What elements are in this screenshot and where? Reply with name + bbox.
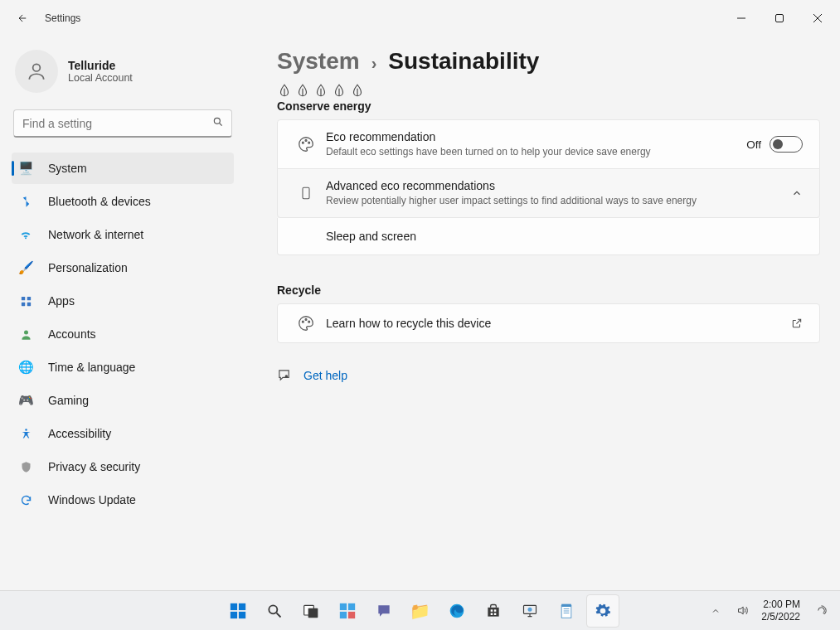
account-profile[interactable]: Telluride Local Account (15, 50, 231, 93)
get-help-link[interactable]: Get help (303, 369, 347, 382)
tray-date: 2/5/2022 (761, 611, 800, 623)
sidebar-item-label: Apps (48, 294, 75, 308)
update-icon (15, 494, 36, 506)
tray-volume[interactable] (731, 594, 753, 628)
taskbar-start[interactable] (221, 594, 255, 628)
globe-clock-icon: 🌐 (15, 360, 36, 375)
sidebar-item-label: Personalization (48, 261, 128, 274)
minimize-button[interactable] (722, 5, 760, 32)
sidebar-item-time[interactable]: 🌐 Time & language (12, 351, 234, 383)
svg-point-19 (308, 322, 310, 323)
sidebar-item-system[interactable]: 🖥️ System (12, 153, 234, 184)
taskbar: 📁 2:00 PM 2/5/2022 (0, 590, 840, 630)
taskbar-store[interactable] (477, 594, 510, 628)
svg-rect-40 (561, 605, 571, 618)
titlebar: Settings (0, 0, 840, 36)
advanced-eco-card[interactable]: Advanced eco recommendations Review pote… (277, 168, 820, 218)
sidebar-item-accounts[interactable]: Accounts (12, 318, 234, 350)
sidebar-item-apps[interactable]: Apps (12, 285, 234, 317)
get-help-row[interactable]: Get help (277, 368, 820, 382)
taskbar-settings[interactable] (586, 594, 619, 628)
sidebar-item-network[interactable]: Network & internet (12, 219, 234, 250)
account-name: Telluride (68, 59, 133, 72)
search-field[interactable] (13, 109, 232, 138)
eco-toggle[interactable] (770, 136, 803, 153)
apps-icon (15, 295, 36, 308)
account-sub: Local Account (68, 72, 133, 84)
sidebar-item-update[interactable]: Windows Update (12, 484, 234, 516)
svg-rect-8 (27, 296, 30, 299)
sidebar-item-privacy[interactable]: Privacy & security (12, 451, 234, 482)
svg-rect-24 (238, 611, 245, 618)
leaf-icon (332, 83, 347, 98)
external-link-icon (791, 317, 803, 329)
sidebar-item-bluetooth[interactable]: Bluetooth & devices (12, 186, 234, 217)
taskbar-search[interactable] (258, 594, 291, 628)
taskbar-widgets[interactable] (331, 594, 364, 628)
taskbar-chat[interactable] (367, 594, 401, 628)
sidebar-item-gaming[interactable]: 🎮 Gaming (12, 385, 234, 416)
search-icon (212, 116, 224, 130)
sidebar-item-accessibility[interactable]: Accessibility (12, 418, 234, 449)
eco-recommendation-card[interactable]: Eco recommendation Default eco settings … (277, 119, 820, 169)
chevron-up-icon (791, 187, 803, 199)
svg-rect-9 (21, 302, 24, 305)
svg-rect-22 (238, 603, 245, 609)
window-controls (722, 5, 837, 32)
svg-point-13 (302, 142, 303, 143)
back-button[interactable] (8, 5, 35, 32)
sidebar-item-label: Accounts (48, 327, 96, 341)
svg-rect-35 (493, 609, 496, 612)
taskbar-edge[interactable] (440, 594, 473, 628)
svg-point-4 (33, 64, 41, 71)
svg-rect-10 (27, 302, 30, 305)
gamepad-icon: 🎮 (15, 393, 36, 408)
svg-rect-21 (230, 603, 236, 609)
sidebar-item-label: Privacy & security (48, 460, 140, 473)
sidebar-item-personalization[interactable]: 🖌️ Personalization (12, 252, 234, 284)
svg-point-15 (308, 142, 310, 143)
page-title: Sustainability (388, 48, 539, 75)
sleep-and-screen-item[interactable]: Sleep and screen (277, 218, 820, 255)
breadcrumb: System › Sustainability (277, 48, 820, 75)
maximize-button[interactable] (760, 5, 799, 32)
window-title: Settings (45, 12, 80, 24)
svg-rect-1 (776, 15, 784, 22)
sidebar-item-label: Bluetooth & devices (48, 195, 151, 208)
taskbar-taskview[interactable] (294, 594, 328, 628)
wifi-icon (15, 228, 36, 241)
svg-point-18 (305, 319, 307, 321)
card-title: Advanced eco recommendations (326, 179, 783, 192)
sidebar-item-label: Gaming (48, 394, 89, 407)
search-input[interactable] (13, 109, 232, 138)
svg-point-20 (285, 376, 289, 379)
close-button[interactable] (799, 5, 837, 32)
leaf-icon (295, 83, 310, 98)
avatar-icon (15, 50, 58, 93)
svg-rect-29 (339, 603, 346, 609)
breadcrumb-root[interactable]: System (277, 48, 360, 75)
svg-point-5 (214, 118, 220, 124)
brush-icon: 🖌️ (15, 260, 36, 275)
palette-icon (293, 135, 319, 153)
bluetooth-icon (15, 196, 36, 208)
svg-rect-7 (21, 296, 24, 299)
svg-rect-34 (490, 609, 493, 612)
sidebar-item-label: System (48, 162, 87, 175)
sidebar-item-label: Time & language (48, 361, 135, 374)
help-icon (277, 368, 299, 382)
recycle-card[interactable]: Learn how to recycle this device (277, 303, 820, 343)
device-icon (293, 184, 319, 202)
taskbar-app1[interactable] (513, 594, 546, 628)
section-recycle-label: Recycle (277, 284, 820, 297)
tray-clock[interactable]: 2:00 PM 2/5/2022 (761, 598, 800, 623)
eco-rating-icons (277, 83, 820, 98)
card-sub: Default eco settings have been turned on… (326, 145, 674, 158)
taskbar-notepad[interactable] (550, 594, 583, 628)
tray-overflow[interactable] (705, 594, 726, 628)
sidebar-item-label: Windows Update (48, 493, 136, 506)
tray-notifications[interactable] (810, 594, 832, 628)
taskbar-explorer[interactable]: 📁 (404, 594, 437, 628)
svg-line-6 (220, 124, 222, 126)
section-conserve-label: Conserve energy (277, 99, 820, 113)
